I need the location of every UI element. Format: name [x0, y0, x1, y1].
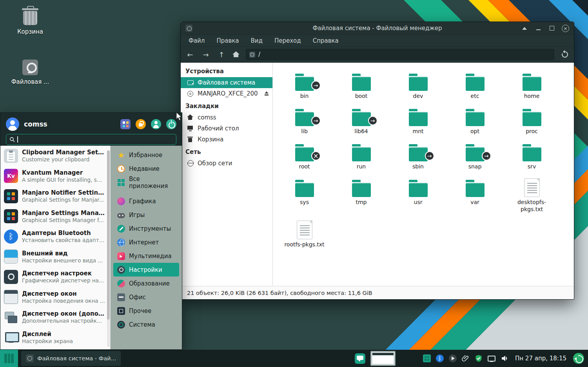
file-item[interactable]: sys — [281, 174, 328, 213]
app-list-item[interactable]: Диспетчер окон (дополни... Дополнительна… — [0, 307, 107, 327]
file-item[interactable]: desktopfs-pkgs.txt — [508, 174, 556, 213]
sidebar-item-network[interactable]: Обзор сети — [181, 158, 272, 169]
refresh-button[interactable] — [561, 50, 569, 59]
file-item[interactable]: rootfs-pkgs.txt — [281, 217, 328, 248]
category-icon — [117, 321, 125, 329]
up-button[interactable]: ↑ — [217, 51, 226, 59]
clock[interactable]: Пн 27 апр, 18:15 — [515, 355, 566, 362]
category-item[interactable]: Графика — [113, 194, 179, 208]
file-item[interactable]: lib — [281, 103, 328, 135]
app-list-item[interactable]: Диспетчер настроек Графический диспетчер… — [0, 267, 107, 287]
back-button[interactable]: ← — [185, 51, 195, 59]
file-item[interactable]: var — [451, 174, 499, 213]
app-list-item[interactable]: Адаптеры Bluetooth Установить свойства а… — [0, 226, 107, 247]
file-label: mnt — [413, 128, 424, 135]
forward-button[interactable]: → — [201, 51, 211, 59]
search-input[interactable] — [20, 136, 173, 143]
file-label: lib64 — [354, 128, 368, 135]
category-item[interactable]: Офис — [113, 290, 179, 304]
sidebar-item-device[interactable]: Файловая система — [181, 77, 272, 88]
menu-item[interactable]: Правка — [216, 37, 239, 44]
menu-item[interactable]: Файл — [189, 37, 205, 44]
file-item[interactable]: srv — [508, 139, 556, 170]
desktop-icon-filesystem[interactable]: Файловая ... — [9, 60, 52, 85]
category-label: Графика — [129, 198, 156, 205]
app-list-item[interactable]: Clipboard Manager Settings Customize you… — [0, 146, 107, 166]
file-item[interactable]: home — [508, 68, 556, 99]
category-icon — [117, 293, 125, 301]
file-item[interactable]: dev — [394, 68, 442, 99]
file-item[interactable]: proc — [508, 103, 556, 135]
file-item[interactable]: run — [338, 139, 385, 170]
category-item[interactable]: Интернет — [113, 235, 179, 249]
file-item[interactable]: usr — [394, 174, 442, 213]
applications-menu-button[interactable] — [0, 350, 18, 367]
app-list-item[interactable]: Manjaro Settings Manager Graphical Setti… — [0, 206, 107, 227]
app-list-item[interactable]: Диспетчер окон Настройка поведения окна … — [0, 287, 107, 307]
file-item[interactable]: mnt — [394, 103, 442, 135]
app-list-item[interactable]: Manjaro Notifier Settings Graphical Sett… — [0, 186, 107, 206]
chat-icon[interactable] — [355, 353, 365, 364]
maximize-button[interactable] — [548, 24, 556, 32]
file-item[interactable]: root — [281, 139, 328, 170]
settings-manager-icon[interactable] — [120, 119, 131, 129]
task-button[interactable]: Файловая система - Фай... — [21, 351, 121, 366]
category-item[interactable]: Все приложения — [113, 175, 179, 189]
close-button[interactable]: × — [562, 25, 569, 32]
home-button[interactable] — [232, 51, 240, 58]
bookmark-icon — [187, 114, 194, 121]
shade-button[interactable] — [521, 24, 528, 32]
file-item[interactable]: sbin — [394, 139, 442, 170]
volume-icon[interactable] — [501, 354, 508, 362]
app-list-item[interactable]: Внешний вид Настройки внешнего вида ... — [0, 247, 107, 267]
category-item[interactable]: Настройки — [113, 263, 179, 277]
update-icon[interactable] — [573, 353, 584, 364]
file-item[interactable]: boot — [338, 68, 385, 99]
category-item[interactable]: Игры — [113, 208, 179, 222]
file-item[interactable]: snap — [451, 139, 499, 170]
category-item[interactable]: Система — [113, 318, 179, 331]
window-preview[interactable] — [370, 351, 396, 366]
menu-item[interactable]: Переход — [274, 37, 301, 44]
file-label: proc — [526, 128, 538, 135]
bluetooth-icon[interactable] — [436, 354, 444, 362]
sidebar-item-bookmark[interactable]: Корзина — [181, 134, 272, 145]
category-item[interactable]: Образование — [113, 277, 179, 290]
user-switch-icon[interactable] — [151, 119, 161, 129]
category-item[interactable]: Прочее — [113, 304, 179, 318]
eject-icon[interactable] — [264, 91, 269, 96]
file-item[interactable]: opt — [451, 103, 499, 135]
search-box[interactable] — [6, 134, 176, 145]
manjaro-icon[interactable] — [423, 354, 431, 362]
power-icon[interactable] — [166, 119, 176, 129]
app-list-item[interactable]: Дисплей Настройки экрана — [0, 327, 107, 348]
minimize-button[interactable] — [534, 24, 542, 32]
menu-item[interactable]: Справка — [313, 37, 339, 44]
file-label: var — [470, 199, 479, 206]
avatar[interactable] — [6, 118, 19, 131]
desktop-icon-trash[interactable]: Корзина — [9, 11, 52, 35]
category-item[interactable]: Инструменты — [113, 222, 179, 235]
lock-icon[interactable] — [136, 119, 146, 129]
file-item[interactable]: bin — [281, 68, 328, 99]
paperclip-icon[interactable] — [462, 354, 470, 362]
sidebar-item-bookmark[interactable]: Рабочий стол — [181, 123, 272, 134]
category-item[interactable]: Недавние — [113, 162, 179, 175]
app-list-item[interactable]: Kvantum Manager A simple GUI for install… — [0, 166, 107, 186]
category-item[interactable]: Избранное — [113, 148, 179, 162]
file-item[interactable]: lib64 — [338, 103, 385, 135]
menu-item[interactable]: Вид — [251, 37, 263, 44]
shield-icon[interactable] — [475, 354, 483, 362]
display-icon[interactable] — [488, 354, 495, 362]
circle-arrow-icon[interactable] — [449, 354, 457, 362]
sidebar-item-bookmark[interactable]: comss — [181, 112, 272, 123]
titlebar[interactable]: Файловая система - Файловый менеджер × — [181, 22, 574, 34]
sidebar-item-label: comss — [198, 114, 216, 121]
sidebar-item-device[interactable]: MANJARO_XFCE_200 — [181, 88, 272, 99]
scrollbar[interactable] — [107, 150, 110, 347]
device-icon — [187, 90, 194, 97]
category-item[interactable]: Мультимедиа — [113, 249, 179, 263]
file-item[interactable]: tmp — [338, 174, 385, 213]
path-bar[interactable]: / — [246, 49, 554, 60]
file-item[interactable]: etc — [451, 68, 499, 99]
